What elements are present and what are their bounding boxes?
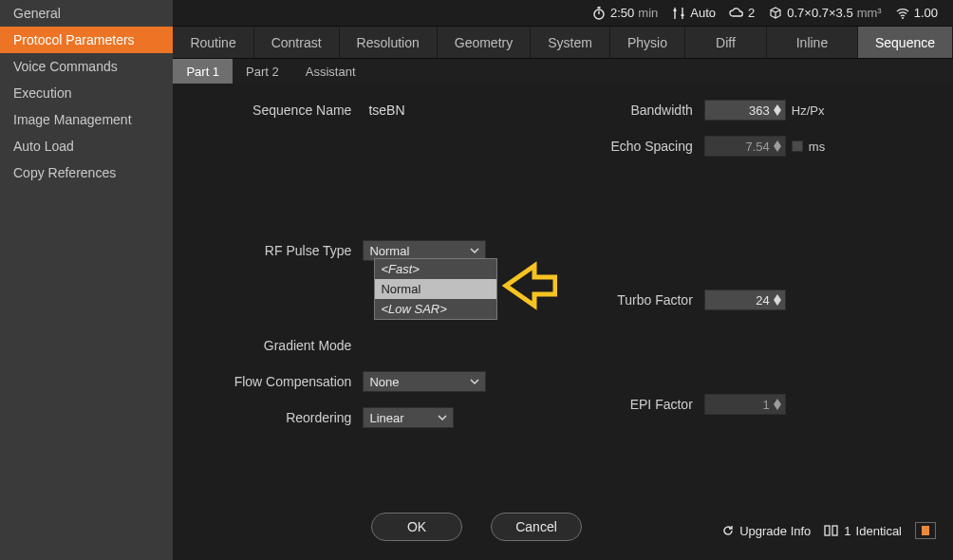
sidebar-item-label: Execution: [13, 85, 71, 101]
spinner-arrows-icon[interactable]: [774, 140, 781, 152]
identical-count: 1: [844, 524, 850, 538]
tab-system[interactable]: System: [531, 27, 610, 58]
status-auto: Auto: [671, 6, 716, 21]
status-time-value: 2:50: [610, 6, 634, 20]
status-voxel: 0.7×0.7×3.5 mm³: [768, 6, 881, 21]
svg-rect-6: [682, 14, 684, 16]
sidebar-item-label: General: [13, 6, 61, 21]
sidebar-item-image-management[interactable]: Image Management: [0, 106, 173, 133]
sidebar-item-label: Image Management: [13, 112, 132, 127]
tabs: Routine Contrast Resolution Geometry Sys…: [173, 27, 953, 59]
annotation-arrow-icon: [500, 260, 557, 314]
layout-toggle-icon: [922, 526, 929, 535]
chevron-down-icon: [438, 411, 447, 425]
reordering-value: Linear: [369, 411, 403, 425]
tab-resolution[interactable]: Resolution: [340, 27, 438, 58]
rf-pulse-option-normal[interactable]: Normal: [375, 279, 496, 299]
sliders-icon: [671, 6, 686, 21]
ok-button[interactable]: OK: [371, 513, 462, 541]
sidebar-item-execution[interactable]: Execution: [0, 80, 173, 106]
row-flow-comp: Flow Compensation None: [192, 368, 580, 395]
identical-button[interactable]: 1 Identical: [824, 524, 902, 538]
tab-routine[interactable]: Routine: [173, 27, 253, 58]
rf-pulse-label: RF Pulse Type: [192, 243, 363, 258]
status-time-unit: min: [638, 6, 658, 20]
tab-physio[interactable]: Physio: [610, 27, 685, 58]
row-gradient-mode: Gradient Mode: [192, 332, 580, 359]
bandwidth-unit: Hz/Px: [786, 103, 825, 118]
spinner-arrows-icon[interactable]: [774, 104, 781, 116]
turbo-factor-value: 24: [756, 293, 769, 308]
status-signal: 1.00: [895, 6, 938, 21]
tab-inline[interactable]: Inline: [767, 27, 858, 58]
sidebar: General Protocol Parameters Voice Comman…: [0, 0, 173, 560]
sidebar-item-copy-references[interactable]: Copy References: [0, 159, 173, 186]
turbo-factor-label: Turbo Factor: [581, 292, 704, 308]
reordering-label: Reordering: [192, 410, 363, 425]
rf-pulse-option-lowsar[interactable]: <Low SAR>: [375, 299, 496, 319]
row-sequence-name: Sequence Name tseBN: [192, 97, 580, 123]
row-echo-spacing: Echo Spacing 7.54 ms: [581, 133, 934, 159]
gradient-mode-label: Gradient Mode: [192, 338, 363, 353]
tab-contrast[interactable]: Contrast: [254, 27, 340, 58]
flow-comp-select[interactable]: None: [363, 371, 486, 392]
reordering-select[interactable]: Linear: [363, 407, 454, 428]
sidebar-item-general[interactable]: General: [0, 0, 173, 27]
epi-factor-input[interactable]: 1: [704, 394, 786, 415]
echo-spacing-label: Echo Spacing: [581, 139, 704, 154]
tab-geometry[interactable]: Geometry: [438, 27, 531, 58]
echo-spacing-input[interactable]: 7.54: [704, 136, 786, 157]
sidebar-item-label: Copy References: [13, 165, 116, 180]
bandwidth-value: 363: [749, 103, 770, 118]
sidebar-item-voice-commands[interactable]: Voice Commands: [0, 53, 173, 80]
tab-diff[interactable]: Diff: [685, 27, 767, 58]
refresh-icon: [721, 524, 735, 537]
echo-spacing-unit: ms: [803, 140, 825, 154]
svg-rect-8: [825, 526, 830, 535]
columns-icon: [824, 524, 839, 537]
bandwidth-label: Bandwidth: [581, 103, 704, 118]
status-weight-value: 2: [748, 6, 755, 20]
stopwatch-icon: [591, 6, 607, 21]
row-bandwidth: Bandwidth 363 Hz/Px: [581, 97, 934, 123]
svg-rect-5: [674, 9, 677, 11]
subtab-part1[interactable]: Part 1: [173, 59, 233, 84]
row-epi-factor: EPI Factor 1: [581, 391, 934, 418]
status-voxel-value: 0.7×0.7×3.5: [787, 6, 852, 20]
sidebar-item-auto-load[interactable]: Auto Load: [0, 133, 173, 159]
sidebar-item-label: Protocol Parameters: [13, 32, 135, 47]
turbo-factor-input[interactable]: 24: [704, 289, 786, 310]
spinner-arrows-icon[interactable]: [774, 294, 781, 306]
layout-toggle-button[interactable]: [915, 522, 936, 539]
epi-factor-label: EPI Factor: [581, 397, 704, 412]
rf-pulse-option-fast[interactable]: <Fast>: [375, 259, 496, 279]
sidebar-item-protocol-parameters[interactable]: Protocol Parameters: [0, 27, 173, 53]
form-area: Sequence Name tseBN RF Pulse Type Normal…: [173, 84, 953, 560]
epi-factor-value: 1: [763, 398, 770, 412]
cube-icon: [768, 6, 783, 21]
rf-pulse-dropdown[interactable]: <Fast> Normal <Low SAR>: [374, 258, 497, 320]
row-turbo-factor: Turbo Factor 24: [581, 287, 934, 313]
wifi-icon: [895, 6, 910, 21]
chevron-down-icon: [470, 375, 479, 389]
status-signal-value: 1.00: [914, 6, 938, 20]
subtab-part2[interactable]: Part 2: [233, 59, 292, 84]
spinner-arrows-icon[interactable]: [774, 399, 781, 410]
echo-spacing-checkbox[interactable]: [792, 140, 803, 152]
svg-rect-1: [598, 7, 601, 9]
echo-spacing-value: 7.54: [746, 140, 770, 154]
sequence-name-value: tseBN: [363, 103, 404, 118]
bandwidth-input[interactable]: 363: [704, 100, 786, 121]
flow-comp-value: None: [369, 375, 399, 389]
svg-rect-9: [832, 526, 837, 535]
row-reordering: Reordering Linear: [192, 404, 580, 431]
tab-sequence[interactable]: Sequence: [858, 27, 953, 58]
sidebar-item-label: Voice Commands: [13, 59, 118, 74]
subtab-assistant[interactable]: Assistant: [292, 59, 369, 84]
cancel-button[interactable]: Cancel: [491, 513, 582, 541]
flow-comp-label: Flow Compensation: [192, 374, 363, 389]
sidebar-item-label: Auto Load: [13, 139, 74, 154]
upgrade-info-button[interactable]: Upgrade Info: [721, 524, 811, 538]
status-auto-label: Auto: [690, 6, 716, 20]
status-time: 2:50 min: [591, 6, 658, 21]
